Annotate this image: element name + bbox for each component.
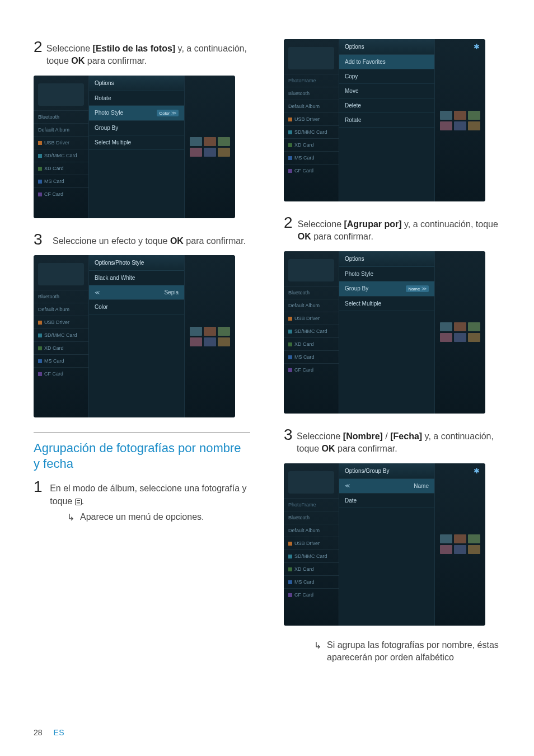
group-by-value-badge: Name ≫ xyxy=(406,285,429,292)
step-text: Seleccione [Estilo de las fotos] y, a co… xyxy=(46,43,250,68)
screenshot-group-by-submenu: PhotoFrame Bluetooth Default Album USB D… xyxy=(284,463,485,626)
nav-default-album: Default Album xyxy=(34,123,88,136)
preview-pane xyxy=(435,251,485,414)
nav-bluetooth: Bluetooth xyxy=(284,286,339,299)
option-rotate[interactable]: Rotate xyxy=(89,91,184,106)
nav-cf: CF Card xyxy=(284,164,339,177)
right-column: PhotoFrame Bluetooth Default Album USB D… xyxy=(284,39,500,666)
left-step-3: 3 Seleccione un efecto y toque OK para c… xyxy=(34,232,250,247)
device-logo xyxy=(288,259,334,281)
nav-bluetooth: Bluetooth xyxy=(34,290,88,303)
device-logo xyxy=(288,47,334,69)
photo-style-value-badge: Color ≫ xyxy=(157,110,179,116)
device-logo xyxy=(288,471,334,494)
panel-header: Options xyxy=(89,76,184,91)
nav-ms: MS Card xyxy=(284,350,339,363)
language-code: ES xyxy=(53,728,64,737)
panel-header: Options xyxy=(339,251,434,267)
preview-pane: ✱ xyxy=(435,463,485,626)
preview-pane: ✱ xyxy=(435,39,485,201)
nav-cf: CF Card xyxy=(284,363,339,376)
left-step-2: 2 Seleccione [Estilo de las fotos] y, a … xyxy=(34,39,250,68)
result-arrow-icon: ↳ xyxy=(314,640,321,651)
photo-thumbnails xyxy=(190,137,230,157)
chevron-right-icon: ≫ xyxy=(170,110,176,116)
option-rotate[interactable]: Rotate xyxy=(339,113,434,128)
options-panel: Options/Group By ≪ Name Date xyxy=(339,463,435,626)
option-sepia[interactable]: ≪ Sepia xyxy=(89,285,184,300)
option-date[interactable]: Date xyxy=(339,494,434,508)
device-sidebar: PhotoFrame Bluetooth Default Album USB D… xyxy=(284,463,339,626)
options-panel: Options Add to Favorites Copy Move Delet… xyxy=(339,39,435,201)
screenshot-group-by: Bluetooth Default Album USB Driver SD/MM… xyxy=(284,251,485,414)
step-number: 2 xyxy=(34,39,46,55)
step-number: 3 xyxy=(34,232,53,247)
option-color[interactable]: Color xyxy=(89,300,184,314)
step-number: 3 xyxy=(284,427,297,443)
option-add-favorites[interactable]: Add to Favorites xyxy=(339,55,434,69)
nav-bluetooth: Bluetooth xyxy=(284,87,339,100)
preview-pane xyxy=(185,255,235,417)
nav-bluetooth: Bluetooth xyxy=(34,110,88,123)
nav-ms: MS Card xyxy=(34,354,88,367)
nav-xd: XD Card xyxy=(34,341,88,354)
nav-usb: USB Driver xyxy=(34,316,88,328)
option-select-multiple[interactable]: Select Multiple xyxy=(339,297,434,311)
result-text: Aparece un menú de opciones. xyxy=(80,511,204,523)
options-panel: Options/Photo Style Black and White ≪ Se… xyxy=(88,255,185,417)
step-number: 1 xyxy=(34,479,50,495)
option-delete[interactable]: Delete xyxy=(339,98,434,113)
nav-photoframe: PhotoFrame xyxy=(284,498,339,511)
left-step-1: 1 En el modo de álbum, seleccione una fo… xyxy=(34,479,250,508)
option-move[interactable]: Move xyxy=(339,84,434,98)
nav-xd: XD Card xyxy=(284,337,339,350)
panel-header: Options/Group By xyxy=(339,463,434,479)
option-black-and-white[interactable]: Black and White xyxy=(89,271,184,285)
nav-photoframe: PhotoFrame xyxy=(284,74,339,87)
nav-cf: CF Card xyxy=(284,588,339,601)
device-sidebar: PhotoFrame Bluetooth Default Album USB D… xyxy=(284,39,339,201)
page-number: 28 xyxy=(34,728,43,737)
nav-usb: USB Driver xyxy=(284,112,339,125)
nav-xd: XD Card xyxy=(34,162,88,175)
nav-cf: CF Card xyxy=(34,367,88,380)
preview-pane xyxy=(185,76,235,218)
nav-default-album: Default Album xyxy=(284,100,339,112)
right-step-2: 2 Seleccione [Agrupar por] y, a continua… xyxy=(284,215,500,243)
nav-cf: CF Card xyxy=(34,187,88,200)
nav-ms: MS Card xyxy=(284,575,339,588)
photo-thumbnails xyxy=(440,322,480,342)
bluetooth-icon: ✱ xyxy=(474,43,480,51)
screenshot-photo-style-submenu: Bluetooth Default Album USB Driver SD/MM… xyxy=(34,255,235,417)
step-text: Seleccione un efecto y toque OK para con… xyxy=(53,235,246,247)
menu-icon xyxy=(75,499,82,505)
options-panel: Options Photo Style Group ByName ≫ Selec… xyxy=(339,251,435,414)
result-line: ↳ Si agrupa las fotografías por nombre, … xyxy=(314,639,500,664)
panel-header: Options/Photo Style xyxy=(89,255,184,271)
chevron-left-icon: ≪ xyxy=(95,290,100,295)
device-logo xyxy=(38,263,84,285)
option-group-by[interactable]: Group By xyxy=(89,121,184,135)
option-copy[interactable]: Copy xyxy=(339,69,434,84)
option-select-multiple[interactable]: Select Multiple xyxy=(89,135,184,150)
photo-thumbnails xyxy=(440,111,480,130)
screenshot-options-menu: PhotoFrame Bluetooth Default Album USB D… xyxy=(284,39,485,201)
option-photo-style[interactable]: Photo Style xyxy=(339,267,434,281)
result-text: Si agrupa las fotografías por nombre, és… xyxy=(327,639,500,664)
nav-ms: MS Card xyxy=(284,151,339,164)
result-line: ↳ Aparece un menú de opciones. xyxy=(67,511,250,523)
panel-header: Options xyxy=(339,39,434,55)
option-group-by[interactable]: Group ByName ≫ xyxy=(339,281,434,297)
step-text: Seleccione [Nombre] / [Fecha] y, a conti… xyxy=(297,430,500,456)
device-sidebar: Bluetooth Default Album USB Driver SD/MM… xyxy=(284,251,339,414)
nav-sdmmc: SD/MMC Card xyxy=(34,328,88,341)
option-name[interactable]: ≪ Name xyxy=(339,479,434,494)
nav-sdmmc: SD/MMC Card xyxy=(284,550,339,562)
nav-usb: USB Driver xyxy=(284,537,339,550)
right-step-3: 3 Seleccione [Nombre] / [Fecha] y, a con… xyxy=(284,427,500,456)
nav-bluetooth: Bluetooth xyxy=(284,511,339,524)
option-photo-style[interactable]: Photo StyleColor ≫ xyxy=(89,106,184,121)
nav-usb: USB Driver xyxy=(284,312,339,325)
chevron-left-icon: ≪ xyxy=(345,483,350,489)
step-text: En el modo de álbum, seleccione una foto… xyxy=(50,482,250,508)
